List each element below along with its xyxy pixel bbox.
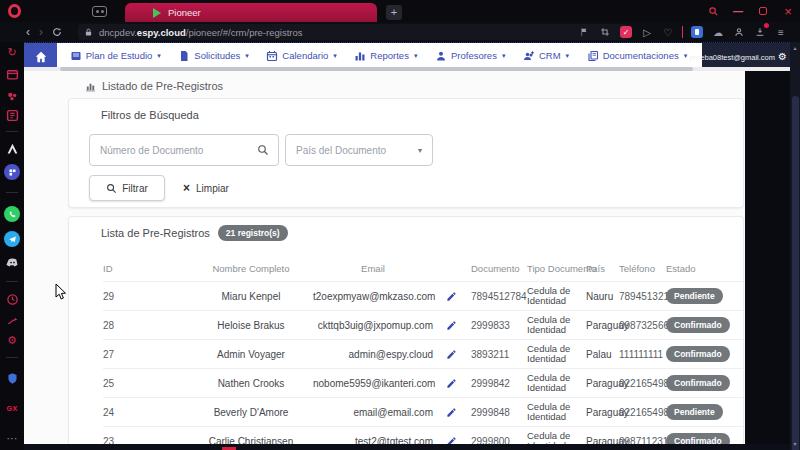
table-row: 29Miaru Kenpelt2oexpmyaw@mkzaso.com78945… [103,281,744,310]
cell-email: t2oexpmyaw@mkzaso.com [313,291,433,302]
history-icon[interactable] [0,291,24,307]
gx-logo-icon[interactable]: GX [0,400,24,416]
send-to-device-icon[interactable]: ▷ [640,25,654,39]
browser-tab[interactable]: Pioneer [125,3,377,22]
more-icon[interactable]: ⋯ [0,430,24,446]
gx-cleaner-icon[interactable] [0,88,24,104]
browser-titlebar: Pioneer + — × [0,0,800,22]
cell-nombre: Miaru Kenpel [189,291,313,302]
cell-estado: Pendiente [663,288,744,304]
v-scrollbar-thumb[interactable] [792,96,799,450]
cell-documento: 2999833 [457,320,515,331]
edit-pencil-icon[interactable] [433,291,457,302]
pin-icon[interactable] [577,25,591,39]
cell-pais: Nauru [579,291,615,302]
edit-pencil-icon[interactable] [433,407,457,418]
vpn-shield-icon[interactable] [0,370,24,386]
cell-telefono: 111111111 [615,349,663,360]
blue-extension-icon[interactable] [690,25,704,39]
status-badge: Pendiente [666,288,723,304]
reload-icon[interactable] [52,27,62,37]
mods-icon[interactable] [0,107,24,123]
cell-documento: 7894512784 [457,291,515,302]
snapshot-icon[interactable] [598,25,612,39]
nav-item-plan-de-estudio[interactable]: Plan de Estudio▾ [70,50,161,62]
address-bar: ‹ › dncpdev.espy.cloud/pioneer/#/crm/pre… [0,22,800,42]
url-field[interactable]: dncpdev.espy.cloud/pioneer/#/crm/pre-reg… [78,24,628,40]
close-button[interactable]: × [780,3,796,19]
table-row: 25Nathen Crooksnobome5959@ikanteri.com29… [103,368,744,397]
column-header: Nombre Completo [189,263,313,274]
sidebar-divider [0,184,24,200]
search-tabs-icon[interactable] [705,3,721,19]
tab-title: Pioneer [168,7,201,18]
document-number-field[interactable] [89,134,279,166]
minimize-button[interactable]: — [730,3,746,19]
column-header: Documento [457,263,515,274]
nav-item-crm[interactable]: CRM▾ [523,50,569,62]
pink-extension-icon[interactable]: ✓ [619,25,633,39]
chevron-down-icon: ▾ [333,52,337,60]
cell-documento: 3893211 [457,349,515,360]
telegram-icon[interactable] [0,231,24,247]
new-tab-button[interactable]: + [386,5,402,20]
discord-icon[interactable] [0,254,24,270]
nav-item-solicitudes[interactable]: Solicitudes▾ [178,50,248,62]
nav-item-documentaciones[interactable]: Documentaciones▾ [587,50,688,62]
easy-files-icon[interactable] [0,66,24,82]
filter-button[interactable]: Filtrar [89,175,165,201]
pinned-app-icon[interactable] [0,164,24,180]
clear-button[interactable]: × Limpiar [175,175,237,201]
cell-telefono: 0987325665 [615,320,663,331]
downloads-icon[interactable] [753,25,767,39]
chevron-down-icon: ▾ [157,52,161,60]
profile-icon[interactable] [732,25,746,39]
edit-pencil-icon[interactable] [433,378,457,389]
table-row: 27Admin Voyageradmin@espy.cloud3893211Ce… [103,339,744,368]
back-icon[interactable]: ‹ [26,26,30,38]
chevron-down-icon: ▾ [414,52,418,60]
page-vertical-scrollbar[interactable]: ▴ ▾ [790,42,800,450]
nav-item-profesores[interactable]: Profesores▾ [435,50,505,62]
tab-favicon-play-icon [153,8,161,18]
document-number-input[interactable] [90,145,257,156]
table-row: 23Carlie Christiansentest2@tgtest.com299… [103,426,744,445]
cell-telefono: 022165498 [615,378,663,389]
list-title: Lista de Pre-Registros [101,227,210,239]
account-gear-icon[interactable]: ⚙ [778,52,787,62]
right-dark-band [745,71,790,444]
cloud-icon[interactable]: ☁ [711,25,725,39]
bottom-strip [24,444,790,450]
nav-item-calendario[interactable]: Calendario▾ [266,50,336,62]
edit-pencil-icon[interactable] [433,320,457,331]
status-badge: Confirmado [666,375,730,391]
workspace-icon[interactable] [92,6,107,17]
menu-icon[interactable]: ≡ [774,25,788,39]
search-icon [257,144,269,156]
gx-corner-icon[interactable]: ↻ [0,44,24,60]
cell-tipo-documento: Cedula de Identidad [515,344,579,365]
edit-pencil-icon[interactable] [433,349,457,360]
settings-icon[interactable]: ⚙ [0,332,24,348]
whatsapp-icon[interactable] [0,206,24,222]
cell-tipo-documento: Cedula de Identidad [515,431,579,446]
status-badge: Pendiente [666,404,723,420]
cell-nombre: Heloise Brakus [189,320,313,331]
nav-item-reportes[interactable]: Reportes▾ [354,50,417,62]
scroll-up-icon[interactable]: ▴ [790,44,800,52]
cell-estado: Pendiente [663,404,744,420]
scroll-down-icon[interactable]: ▾ [790,440,800,448]
lock-icon [84,28,93,37]
opera-gx-logo-icon[interactable] [8,4,21,18]
aria-ai-icon[interactable] [0,140,24,156]
country-select-placeholder: País del Documento [296,145,386,156]
bookmark-heart-icon[interactable]: ♡ [661,25,675,39]
cell-id: 25 [103,378,189,389]
maximize-button[interactable] [755,3,771,19]
cell-telefono: 7894513215 [615,291,663,302]
country-select[interactable]: País del Documento ▾ [285,134,433,166]
my-flow-icon[interactable] [0,312,24,328]
cell-id: 28 [103,320,189,331]
forward-icon[interactable]: › [39,26,43,38]
cell-tipo-documento: Cedula de Identidad [515,402,579,423]
